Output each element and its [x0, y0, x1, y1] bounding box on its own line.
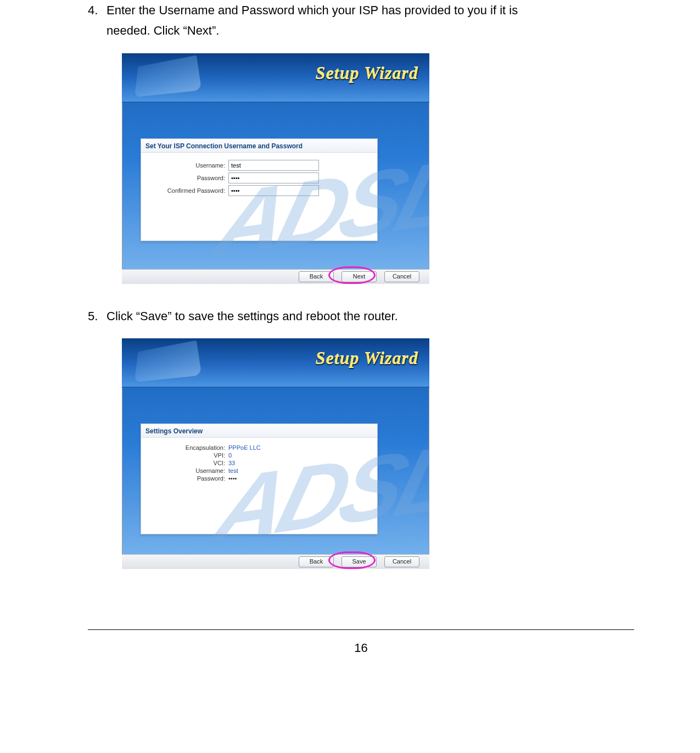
back-button[interactable]: Back — [299, 556, 334, 567]
cancel-button[interactable]: Cancel — [384, 271, 419, 282]
wizard-title: Setup Wizard — [316, 63, 418, 83]
vci-row: VCI: 33 — [145, 460, 373, 466]
wizard-title: Setup Wizard — [316, 348, 418, 369]
username-row: Username: test — [145, 467, 373, 474]
step-5-line: Click “Save” to save the settings and re… — [107, 309, 398, 323]
wizard-screenshot-credentials: Setup Wizard Set Your ISP Connection Use… — [122, 53, 429, 284]
username-value: test — [228, 467, 238, 474]
password-row: Password: — [145, 172, 373, 183]
wizard-screenshot-overview: Setup Wizard Settings Overview Encapsula… — [122, 338, 429, 569]
username-input[interactable] — [228, 160, 319, 171]
panel-body: Encapsulation: PPPoE LLC VPI: 0 VCI: 33 … — [141, 438, 377, 497]
confirm-password-label: Confirmed Password: — [145, 187, 228, 194]
back-button[interactable]: Back — [299, 271, 334, 282]
password-label: Password: — [145, 175, 228, 181]
panel-body: Username: Password: Confirmed Password: — [141, 153, 377, 212]
step-4-line2: needed. Click “Next”. — [107, 20, 634, 41]
username-row: Username: — [145, 160, 373, 171]
vci-value: 33 — [228, 460, 235, 466]
wizard-header: Setup Wizard — [122, 53, 429, 103]
step-4-line1: Enter the Username and Password which yo… — [107, 3, 518, 17]
laptop-graphic — [135, 341, 201, 382]
password-value: •••• — [228, 475, 237, 482]
next-button[interactable]: Next — [341, 271, 377, 282]
vpi-label: VPI: — [145, 452, 228, 459]
panel-title: Settings Overview — [141, 424, 377, 438]
username-label: Username: — [145, 162, 228, 169]
save-button[interactable]: Save — [341, 556, 377, 567]
password-input[interactable] — [228, 172, 319, 183]
encapsulation-value: PPPoE LLC — [228, 444, 261, 451]
laptop-graphic — [135, 55, 201, 97]
confirm-password-input[interactable] — [228, 185, 319, 196]
cancel-button[interactable]: Cancel — [384, 556, 419, 567]
wizard-footer: Back Next Cancel — [122, 269, 429, 284]
encapsulation-label: Encapsulation: — [145, 444, 228, 451]
vpi-value: 0 — [228, 452, 232, 459]
step-5-text: 5.Click “Save” to save the settings and … — [88, 306, 634, 326]
page-divider — [88, 629, 634, 630]
confirm-password-row: Confirmed Password: — [145, 185, 373, 196]
page-number: 16 — [88, 641, 634, 655]
password-row: Password: •••• — [145, 475, 373, 482]
wizard-header: Setup Wizard — [122, 338, 429, 388]
username-label: Username: — [145, 467, 228, 474]
overview-panel: Settings Overview Encapsulation: PPPoE L… — [141, 423, 378, 534]
vpi-row: VPI: 0 — [145, 452, 373, 459]
wizard-footer: Back Save Cancel — [122, 554, 429, 569]
step-5-number: 5. — [88, 306, 107, 326]
password-label: Password: — [145, 475, 228, 482]
step-4-text: 4.Enter the Username and Password which … — [88, 0, 634, 41]
vci-label: VCI: — [145, 460, 228, 466]
encapsulation-row: Encapsulation: PPPoE LLC — [145, 444, 373, 451]
panel-title: Set Your ISP Connection Username and Pas… — [141, 139, 377, 153]
step-4-number: 4. — [88, 0, 107, 20]
credentials-panel: Set Your ISP Connection Username and Pas… — [141, 138, 378, 241]
